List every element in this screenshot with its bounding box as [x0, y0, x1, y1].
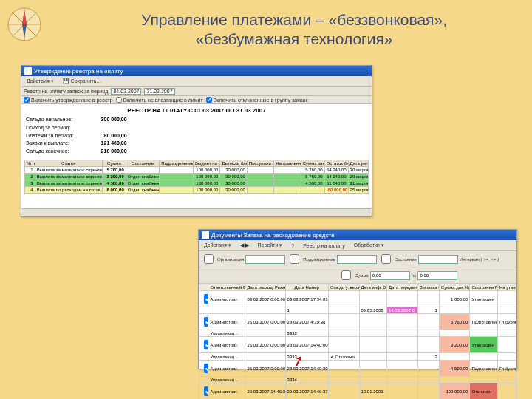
summary-key: Заявки к выплате:: [26, 140, 78, 147]
col-header[interactable]: На утверждении: [497, 284, 516, 291]
row-chk[interactable]: [204, 386, 208, 396]
col-header[interactable]: № пп: [25, 160, 35, 166]
col-header[interactable]: Дата инф. 069: [359, 284, 386, 291]
table-row[interactable]: Администрат.26.03.2007 0:00:0028.03.2007…: [200, 314, 516, 330]
col-header[interactable]: Бюджет по статье на месяц: [193, 160, 219, 166]
row-chk[interactable]: [204, 364, 208, 373]
chk-overlimit[interactable]: Включить не влезающие в лимит: [116, 97, 203, 103]
row-chk[interactable]: [204, 317, 208, 327]
chk-approved[interactable]: Включить утвержденные в реестр: [24, 97, 113, 103]
col-header[interactable]: Сумма: [102, 160, 126, 166]
table-row[interactable]: Администрат.26.03.2007 0:00:0028.03.2007…: [200, 361, 516, 377]
compass-logo: [6, 6, 43, 43]
org-field[interactable]: [245, 255, 285, 264]
report-title: РЕЕСТР НА ОПЛАТУ С 01.03.2007 ПО 31.03.2…: [24, 107, 369, 114]
col-header[interactable]: Статья: [35, 160, 102, 166]
table-row[interactable]: Администрат.26.03.2007 0:00:0028.03.2007…: [200, 337, 516, 353]
table-row[interactable]: Управляющ…3333✔ Отказано2: [200, 353, 516, 361]
col-header[interactable]: Поступило в банк: из проекта перечислени…: [247, 160, 273, 166]
col-header[interactable]: Состояние Передано в: [470, 284, 497, 291]
sum-field[interactable]: 0,00: [370, 271, 410, 280]
table-row[interactable]: Администрат.29.03.2007 14:46:3729.03.200…: [200, 383, 516, 399]
summary-val: 80 000,00: [80, 133, 132, 140]
state-field[interactable]: [418, 255, 458, 264]
save-button[interactable]: 💾 Сохранить…: [60, 77, 105, 86]
table-row[interactable]: 109.05.200814.03.2007 01: [200, 307, 516, 314]
app-icon: [24, 67, 32, 75]
sum-to-field[interactable]: 0,00: [417, 271, 457, 280]
table-row[interactable]: Управляющ…3334: [200, 377, 516, 383]
hscrollbar[interactable]: [21, 208, 372, 216]
table-row[interactable]: 2Выплата за материалы спринтер(о)3 200,0…: [25, 174, 369, 180]
proc-menu[interactable]: Обработки ▾: [351, 241, 387, 250]
table-row[interactable]: 3Выплата за материалы спринтер(о)4 500,0…: [25, 180, 369, 187]
table-row[interactable]: Управляющ…3332: [200, 330, 516, 337]
table-row[interactable]: Администрат.03.02.2007 0:00:0003.02.2007…: [200, 291, 516, 307]
col-header[interactable]: Выписка б. Номер п/п.: [417, 284, 439, 291]
reestr-button[interactable]: Реестр на оплату: [300, 242, 348, 250]
date-to[interactable]: 31.03.2007: [144, 88, 174, 95]
actions-menu[interactable]: Действия ▾: [201, 241, 234, 250]
col-header[interactable]: Дата передач. Дата оплаты: [387, 284, 418, 291]
summary-val: 121 460,00: [80, 140, 132, 147]
window-caption: Утверждение реестра на оплату: [34, 68, 123, 75]
col-header[interactable]: Выписки банка: отгружено: [220, 160, 247, 166]
col-header[interactable]: Подразделение остатки по центр. ответ. д…: [160, 160, 194, 166]
titlebar: Документы Заявка на расходование средств: [199, 230, 516, 240]
period-label: Реестр на оплату заявок за период: [24, 89, 108, 94]
table-row[interactable]: 1Выплата за материалы спринтер(о)5 760,0…: [25, 167, 369, 174]
app-icon: [202, 231, 209, 239]
registry-grid[interactable]: № ппСтатьяСуммаСостояниеПодразделение ос…: [24, 160, 369, 194]
col-header[interactable]: Сумма док. Комментарий: [439, 284, 470, 291]
col-header[interactable]: Ответственный База данных: [208, 284, 245, 291]
chk-org[interactable]: [204, 254, 214, 264]
goto-menu[interactable]: Перейти ▾: [255, 241, 286, 250]
summary-val: 210 000,00: [80, 149, 132, 155]
slide-title: Управление платежами – «беззвонковая»,«б…: [71, 10, 517, 50]
col-header[interactable]: Дата регистрации: [348, 160, 368, 166]
col-header[interactable]: Дата Номер: [285, 284, 328, 291]
chk-state[interactable]: [381, 254, 391, 264]
panel-requests: Документы Заявка на расходование средств…: [198, 229, 517, 369]
col-header[interactable]: Состояние: [126, 160, 160, 166]
requests-grid[interactable]: Ответственный База данныхДата расход. Ре…: [199, 284, 516, 399]
summary-val: [80, 125, 132, 132]
table-row[interactable]: 4Выплата по расходам на сотов. связь и д…: [25, 187, 369, 194]
col-header[interactable]: [200, 284, 208, 291]
chk-rejected[interactable]: Включить отклоненные в группу заявок: [206, 97, 308, 103]
summary-block: Сальдо начальное:300 000,00Приход за пер…: [24, 115, 133, 157]
date-from[interactable]: 04.03.2007: [111, 88, 141, 95]
col-header[interactable]: Отв.до утвержд. Отказано бан.: [328, 284, 359, 291]
summary-key: Сальдо начальное:: [26, 117, 78, 123]
summary-key: Платежи за период:: [26, 133, 78, 140]
row-chk[interactable]: [204, 294, 208, 304]
nav-buttons[interactable]: ◀ ▶: [237, 241, 252, 250]
help-button[interactable]: ?: [288, 242, 297, 250]
summary-key: Приход за период:: [26, 125, 78, 132]
col-header[interactable]: Дата расход. Режим банк/касса: [245, 284, 285, 291]
summary-key: Сальдо конечное:: [26, 149, 78, 155]
chk-dep[interactable]: [290, 254, 299, 264]
col-header[interactable]: Остаток бюджета с учетом заявок: [324, 160, 348, 166]
summary-val: 300 000,00: [80, 117, 132, 123]
col-header[interactable]: Сумма заявок по данной статье: [301, 160, 324, 166]
panel-registry: Утверждение реестра на оплату Действия ▾…: [21, 65, 372, 217]
col-header[interactable]: Направленные на оплату в банк: [274, 160, 301, 166]
dep-field[interactable]: [337, 255, 377, 264]
chk-sum[interactable]: [341, 270, 351, 280]
titlebar: Утверждение реестра на оплату: [21, 66, 372, 76]
row-chk[interactable]: [204, 340, 208, 349]
actions-menu[interactable]: Действия ▾: [24, 77, 57, 86]
window-caption: Документы Заявка на расходование средств: [211, 232, 334, 239]
